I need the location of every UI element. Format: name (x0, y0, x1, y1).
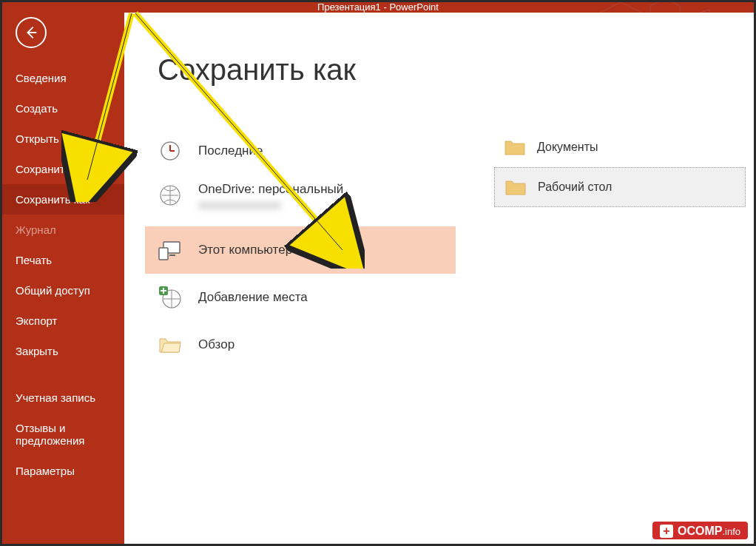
svg-rect-13 (159, 248, 168, 260)
location-sub: xxxxxxxxxxxxxxxx (198, 199, 343, 211)
location-label: Этот компьютер (198, 243, 292, 257)
sidebar-item-options[interactable]: Параметры (2, 456, 124, 486)
plus-icon: + (660, 525, 673, 538)
sidebar-item-print[interactable]: Печать (2, 245, 124, 275)
svg-rect-14 (169, 255, 175, 256)
sidebar-item-export[interactable]: Экспорт (2, 306, 124, 336)
sidebar-item-account[interactable]: Учетная запись (2, 382, 124, 413)
watermark-sub: ВОПРОСЫ АДМИНУ (678, 542, 742, 546)
location-label: Обзор (198, 337, 234, 352)
folder-icon (505, 178, 526, 196)
backstage-sidebar: Сведения Создать Открыть Сохранить Сохра… (2, 2, 124, 544)
save-locations-list: Последние OneDrive: персональный xxxxxxx… (145, 127, 456, 368)
back-button[interactable] (16, 17, 47, 48)
page-title: Сохранить как (158, 53, 754, 87)
folders-list: Документы Рабочий стол (494, 127, 746, 207)
add-place-icon (157, 284, 183, 311)
folder-documents[interactable]: Документы (494, 127, 746, 167)
sidebar-item-save-as[interactable]: Сохранить как (2, 184, 124, 215)
folder-open-icon (157, 331, 183, 358)
watermark-tld: .info (722, 526, 740, 537)
location-label: Добавление места (198, 290, 308, 305)
sidebar-item-feedback[interactable]: Отзывы и предложения (2, 413, 124, 456)
location-add-place[interactable]: Добавление места (145, 274, 456, 321)
watermark: + OCOMP.info ВОПРОСЫ АДМИНУ (652, 522, 748, 539)
sidebar-item-share[interactable]: Общий доступ (2, 275, 124, 306)
location-this-pc[interactable]: Этот компьютер (145, 226, 456, 274)
location-onedrive[interactable]: OneDrive: персональный xxxxxxxxxxxxxxxx (145, 175, 456, 226)
pc-icon (157, 237, 183, 263)
cloud-icon (157, 182, 183, 209)
clock-icon (157, 138, 183, 164)
folder-label: Рабочий стол (538, 181, 612, 194)
sidebar-item-info[interactable]: Сведения (2, 63, 124, 93)
folder-desktop[interactable]: Рабочий стол (494, 167, 746, 207)
main-panel: Сохранить как Последние OneDrive: персон… (124, 13, 754, 544)
sidebar-item-open[interactable]: Открыть (2, 124, 124, 154)
watermark-brand: OCOMP (678, 525, 722, 538)
location-label: Последние (198, 144, 263, 158)
location-label: OneDrive: персональный (198, 182, 343, 196)
sidebar-item-close[interactable]: Закрыть (2, 336, 124, 366)
sidebar-item-history: Журнал (2, 215, 124, 245)
location-recent[interactable]: Последние (145, 127, 456, 175)
sidebar-item-save[interactable]: Сохранить (2, 154, 124, 184)
location-browse[interactable]: Обзор (145, 321, 456, 368)
sidebar-item-new[interactable]: Создать (2, 93, 124, 124)
arrow-left-icon (23, 24, 39, 41)
folder-icon (504, 138, 525, 156)
folder-label: Документы (537, 141, 598, 154)
